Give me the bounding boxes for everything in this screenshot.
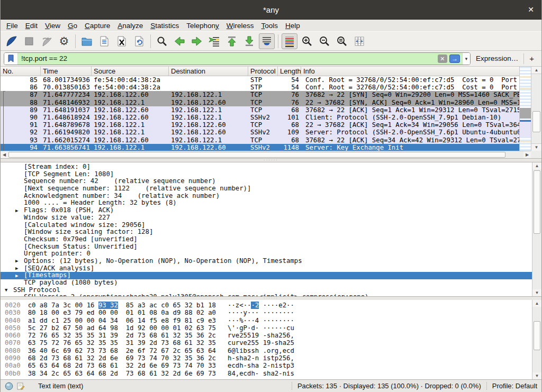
detail-line[interactable]: [Next sequence number: 1122 (relative se… (1, 185, 532, 193)
column-time[interactable]: Time (41, 67, 92, 76)
capture-start-button[interactable] (4, 33, 20, 49)
packet-row[interactable]: 9171.648789678192.168.122.1192.168.122.6… (1, 121, 519, 129)
file-save-button[interactable] (96, 33, 112, 49)
detail-line[interactable]: Acknowledgment number: 34 (relative ack … (1, 193, 532, 200)
packet-row[interactable]: 8971.648191037192.168.122.60192.168.122.… (1, 106, 519, 114)
display-filter-input[interactable] (21, 54, 438, 62)
detail-line-timestamps-selected[interactable]: ▶[Timestamps] (1, 272, 532, 279)
scroll-left-icon[interactable]: ◀ (1, 151, 8, 158)
go-first-packet-button[interactable] (224, 33, 240, 49)
capture-options-button[interactable]: ⚙ (56, 33, 72, 49)
menu-view[interactable]: View (41, 21, 64, 31)
expert-info-icon[interactable] (5, 382, 13, 390)
scrollbar-thumb[interactable] (532, 111, 540, 132)
detail-line-flags[interactable]: ▶Flags: 0x018 (PSH, ACK) (1, 207, 532, 214)
scroll-up-icon[interactable]: ▲ (532, 300, 541, 307)
close-window-icon[interactable]: ✕ (528, 5, 534, 14)
menu-tools[interactable]: Tools (258, 21, 282, 31)
detail-line[interactable]: Sequence number: 42 (relative sequence n… (1, 178, 532, 185)
file-close-button[interactable] (114, 33, 130, 49)
capture-comment-icon[interactable] (17, 382, 25, 390)
column-destination[interactable]: Destination (169, 67, 248, 76)
scrollbar-thumb[interactable] (8, 152, 505, 158)
detail-line[interactable]: 1000 .... = Header Length: 32 bytes (8) (1, 199, 532, 207)
filter-clear-icon[interactable]: ✕ (438, 54, 447, 63)
profile-label[interactable]: Profile: Default (492, 382, 537, 390)
packet-row-selected[interactable]: 9471.663856741192.168.122.1192.168.122.6… (1, 144, 519, 151)
scroll-down-icon[interactable]: ▼ (532, 289, 541, 296)
filter-apply-icon[interactable]: → (449, 54, 460, 63)
auto-scroll-toggle[interactable] (259, 33, 275, 49)
zoom-reset-button[interactable] (334, 33, 350, 49)
file-open-button[interactable] (79, 33, 95, 49)
scroll-down-icon[interactable]: ▼ (531, 143, 541, 151)
capture-restart-button[interactable] (39, 33, 55, 49)
menu-statistics[interactable]: Statistics (147, 21, 183, 31)
column-info[interactable]: Info (301, 67, 531, 76)
filter-dropdown-icon[interactable]: ▾ (462, 53, 470, 65)
menu-edit[interactable]: Edit (22, 21, 41, 31)
detail-line[interactable]: [Calculated window size: 29056] (1, 222, 532, 229)
packet-row[interactable]: 9071.648618924192.168.122.60192.168.122.… (1, 114, 519, 121)
scrollbar-thumb[interactable] (534, 321, 540, 350)
resize-columns-button[interactable] (351, 33, 367, 49)
hex-row[interactable]: 003080 18 00 e3 79 ed 00 00 01 01 08 0a … (5, 309, 532, 316)
menu-capture[interactable]: Capture (81, 21, 114, 31)
scroll-right-icon[interactable]: ▶ (523, 151, 531, 158)
detail-line[interactable]: Checksum: 0x79ed [unverified] (1, 236, 532, 243)
menu-wireless[interactable]: Wireless (223, 21, 258, 31)
menu-file[interactable]: File (3, 21, 22, 31)
packet-row[interactable]: 8670.013850163fe:54:00:d4:38:2aSTP54Conf… (1, 84, 519, 91)
detail-line[interactable]: [Checksum Status: Unverified] (1, 243, 532, 251)
packet-row[interactable]: 9371.662015274192.168.122.60192.168.122.… (1, 136, 519, 144)
hex-row[interactable]: 007063 75 72 76 65 32 35 35 31 39 2d 73 … (5, 339, 532, 347)
column-protocol[interactable]: Protocol (248, 67, 278, 76)
packet-list-horizontal-scrollbar[interactable]: ◀ ▶ (1, 151, 531, 158)
packet-row[interactable]: 9271.661949820192.168.122.1192.168.122.6… (1, 129, 519, 136)
hex-row[interactable]: 00505c 27 b2 67 50 ad 64 98 1d 92 00 00 … (5, 324, 532, 332)
detail-line[interactable]: Urgent pointer: 0 (1, 250, 532, 258)
hex-row[interactable]: 00a065 63 64 68 2d 73 68 61 32 2d 6e 69 … (5, 362, 532, 369)
hex-row[interactable]: 009068 2d 73 68 61 32 2d 6e 69 73 74 70 … (5, 354, 532, 362)
find-packet-button[interactable] (154, 33, 170, 49)
file-reload-button[interactable] (131, 33, 147, 49)
hex-row[interactable]: 008036 40 6c 69 62 73 73 68 2e 6f 72 67 … (5, 347, 532, 354)
detail-line[interactable]: [TCP Segment Len: 1080] (1, 171, 532, 178)
detail-line-options[interactable]: ▶Options: (12 bytes), No-Operation (NOP)… (1, 258, 532, 265)
hex-row[interactable]: 0020c0 a8 7a 3c 00 16 93 32 85 a3 ac c0 … (5, 302, 532, 309)
scroll-up-icon[interactable]: ▲ (531, 67, 541, 74)
colorize-toggle[interactable] (282, 33, 297, 49)
packet-row[interactable]: 8871.648146932192.168.122.1192.168.122.6… (1, 99, 519, 106)
expression-button[interactable]: Expression… (475, 54, 523, 62)
add-filter-button[interactable]: + (528, 54, 538, 63)
scroll-down-icon[interactable]: ▼ (532, 372, 541, 379)
menu-telephony[interactable]: Telephony (183, 21, 223, 31)
hex-row[interactable]: 00b038 34 2c 65 63 64 68 2d 73 68 61 32 … (5, 370, 532, 377)
detail-line[interactable]: [Window size scaling factor: 128] (1, 229, 532, 236)
hex-row[interactable]: 0040a1 dd c1 25 00 00 04 34 06 14 f5 e8 … (5, 317, 532, 324)
filter-bookmark-button[interactable] (4, 53, 18, 65)
zoom-in-button[interactable] (299, 33, 315, 49)
column-source[interactable]: Source (92, 67, 169, 76)
detail-line[interactable]: TCP payload (1080 bytes) (1, 279, 532, 287)
go-forward-button[interactable] (189, 33, 205, 49)
hex-vertical-scrollbar[interactable]: ▲ ▼ (532, 300, 541, 379)
menu-go[interactable]: Go (64, 21, 81, 31)
detail-line[interactable]: Window size value: 227 (1, 214, 532, 222)
zoom-out-button[interactable] (317, 33, 332, 49)
packet-list-minimap[interactable] (519, 67, 531, 151)
go-to-packet-button[interactable] (206, 33, 222, 49)
menu-help[interactable]: Help (282, 21, 304, 31)
packet-row[interactable]: 8568.001734936fe:54:00:d4:38:2aSTP54Conf… (1, 76, 519, 84)
detail-vertical-scrollbar[interactable]: ▲ ▼ (532, 162, 541, 296)
column-length[interactable]: Length (278, 67, 301, 76)
detail-line-seq-ack[interactable]: ▶[SEQ/ACK analysis] (1, 265, 532, 272)
hex-row[interactable]: 006072 76 65 32 35 35 31 39 2d 73 68 61 … (5, 332, 532, 339)
column-no[interactable]: No. (1, 67, 41, 76)
go-last-packet-button[interactable] (241, 33, 257, 49)
go-back-button[interactable] (171, 33, 187, 49)
packet-row[interactable]: 8771.647777234192.168.122.60192.168.122.… (1, 91, 519, 98)
packet-list-vertical-scrollbar[interactable]: ▲ ▼ (531, 67, 541, 151)
scrollbar-thumb[interactable] (534, 170, 540, 234)
menu-analyze[interactable]: Analyze (114, 21, 147, 31)
